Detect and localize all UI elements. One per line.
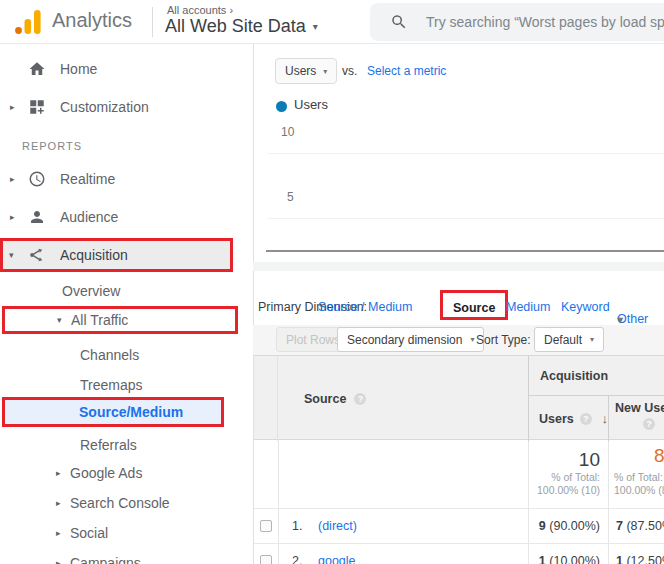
sidebar-item-referrals[interactable]: Referrals bbox=[0, 432, 253, 458]
property-name: All Web Site Data bbox=[165, 16, 306, 36]
top-header: Analytics All accounts › All Web Site Da… bbox=[0, 0, 664, 44]
column-header-label: Source bbox=[304, 392, 346, 406]
users-pct: (90.00%) bbox=[549, 519, 600, 533]
plot-rows-label: Plot Rows bbox=[286, 333, 340, 347]
clock-icon bbox=[28, 170, 46, 188]
sidebar-item-label: Realtime bbox=[60, 171, 115, 187]
expand-icon: ▸ bbox=[56, 498, 61, 508]
primary-dimension-bar: Primary Dimension: Source / Medium Sourc… bbox=[254, 288, 664, 324]
person-icon bbox=[28, 208, 46, 226]
summary-users-pct-value: 100.00% (10) bbox=[528, 484, 600, 497]
sidebar-item-label: Social bbox=[70, 525, 108, 541]
column-header-users[interactable]: Users ? ↓ bbox=[528, 396, 608, 441]
caret-down-icon: ▾ bbox=[590, 335, 594, 344]
row-checkbox[interactable] bbox=[260, 520, 272, 532]
sidebar-item-search-console[interactable]: ▸ Search Console bbox=[0, 490, 253, 516]
sidebar-item-label: Treemaps bbox=[80, 377, 143, 393]
legend-label: Users bbox=[294, 97, 328, 112]
column-header-new-users[interactable]: New Users ? bbox=[608, 396, 664, 441]
sidebar-item-acquisition[interactable]: ▾ Acquisition bbox=[0, 238, 233, 272]
sidebar-item-label: Overview bbox=[62, 283, 120, 299]
sidebar-item-channels[interactable]: Channels bbox=[0, 342, 253, 368]
column-header-source[interactable]: Source ? bbox=[278, 356, 528, 441]
search-bar[interactable]: Try searching “Worst pages by load sp bbox=[370, 3, 664, 41]
sidebar-item-label: Search Console bbox=[70, 495, 170, 511]
new-users-number: 1 bbox=[616, 554, 623, 564]
table-row: 1. (direct) 9 (90.00%) 7 (87.50%) bbox=[254, 508, 664, 543]
select-metric-link[interactable]: Select a metric bbox=[367, 64, 446, 78]
google-analytics-logo-icon[interactable] bbox=[14, 8, 42, 36]
expand-icon: ▸ bbox=[10, 212, 15, 222]
sidebar-item-source-medium[interactable]: Source/Medium bbox=[2, 397, 224, 427]
sort-type-label: Sort Type: bbox=[476, 333, 530, 347]
sidebar-item-label: Campaigns bbox=[70, 555, 141, 564]
sidebar-item-label: All Traffic bbox=[71, 312, 128, 328]
caret-down-icon: ▾ bbox=[313, 21, 318, 32]
report-main: Users ▾ vs. Select a metric Users 10 5 P… bbox=[254, 44, 664, 564]
table-header: Source ? Acquisition Users ? ↓ New Users… bbox=[254, 355, 664, 440]
sidebar-item-social[interactable]: ▸ Social bbox=[0, 520, 253, 546]
sidebar-item-google-ads[interactable]: ▸ Google Ads bbox=[0, 460, 253, 486]
sidebar-item-customization[interactable]: ▸ Customization bbox=[0, 94, 253, 120]
acquisition-icon bbox=[28, 246, 46, 264]
sidebar-item-label: Customization bbox=[60, 99, 149, 115]
sidebar-item-label: Source/Medium bbox=[79, 404, 183, 420]
header-divider bbox=[152, 7, 153, 37]
header-checkbox-cell bbox=[254, 356, 278, 441]
dimension-tab-medium[interactable]: Medium bbox=[506, 300, 550, 314]
summary-new-users-cell: 8 % of Total: 100.00% (8) bbox=[608, 441, 664, 508]
search-placeholder: Try searching “Worst pages by load sp bbox=[426, 14, 664, 30]
sidebar-item-label: Referrals bbox=[80, 437, 137, 453]
sidebar-item-audience[interactable]: ▸ Audience bbox=[0, 204, 253, 230]
data-table: Source ? Acquisition Users ? ↓ New Users… bbox=[254, 355, 664, 564]
legend-dot-users bbox=[276, 101, 287, 112]
dimension-tab-keyword[interactable]: Keyword bbox=[561, 300, 610, 314]
sidebar-item-home[interactable]: Home bbox=[0, 56, 253, 82]
customization-icon bbox=[28, 98, 46, 116]
analytics-app: Analytics All accounts › All Web Site Da… bbox=[0, 0, 664, 564]
row-index: 1. bbox=[292, 519, 302, 533]
caret-down-icon: ▾ bbox=[323, 67, 327, 76]
y-axis-tick-10: 10 bbox=[281, 125, 294, 139]
breadcrumb[interactable]: All accounts › bbox=[167, 4, 233, 16]
summary-new-users-value: 8 bbox=[654, 445, 664, 467]
row-index: 2. bbox=[292, 554, 302, 564]
summary-new-users-pct-label: % of Total: bbox=[614, 471, 664, 484]
table-row: 2. google 1 (10.00%) 1 (12.50%) bbox=[254, 543, 664, 564]
expand-icon: ▸ bbox=[10, 102, 15, 112]
source-link[interactable]: google bbox=[318, 554, 356, 564]
sidebar-item-overview[interactable]: Overview bbox=[0, 278, 253, 304]
sidebar-item-label: Channels bbox=[80, 347, 139, 363]
sort-type-value: Default bbox=[544, 333, 582, 347]
column-header-label: Users bbox=[539, 412, 574, 426]
users-pct: (10.00%) bbox=[549, 554, 600, 564]
x-axis-line bbox=[266, 250, 664, 252]
help-icon[interactable]: ? bbox=[354, 393, 366, 405]
collapse-icon: ▾ bbox=[9, 250, 14, 260]
sidebar-item-campaigns[interactable]: ▸ Campaigns bbox=[0, 550, 253, 564]
users-number: 9 bbox=[539, 519, 546, 533]
property-selector[interactable]: All Web Site Data▾ bbox=[165, 16, 318, 37]
new-users-number: 7 bbox=[616, 519, 623, 533]
metric-selector-button[interactable]: Users ▾ bbox=[275, 58, 337, 84]
reports-section-label: REPORTS bbox=[22, 140, 82, 152]
source-link[interactable]: (direct) bbox=[318, 519, 357, 533]
sort-type-button[interactable]: Default ▾ bbox=[534, 327, 604, 352]
home-icon bbox=[28, 60, 46, 78]
dimension-tab-source-medium[interactable]: Source / Medium bbox=[318, 300, 412, 314]
sidebar-nav: Home ▸ Customization REPORTS ▸ Realtime … bbox=[0, 44, 254, 564]
dimension-tab-source-active[interactable]: Source bbox=[440, 290, 508, 320]
sidebar-item-realtime[interactable]: ▸ Realtime bbox=[0, 166, 253, 192]
sidebar-item-label: Google Ads bbox=[70, 465, 142, 481]
dimension-tab-label: Source bbox=[453, 301, 495, 315]
help-icon[interactable]: ? bbox=[580, 413, 592, 425]
help-icon[interactable]: ? bbox=[643, 418, 655, 430]
sidebar-item-all-traffic[interactable]: ▾ All Traffic bbox=[2, 306, 238, 334]
new-users-value: 1 (12.50%) bbox=[616, 554, 664, 564]
sidebar-item-label: Audience bbox=[60, 209, 118, 225]
row-checkbox[interactable] bbox=[260, 555, 272, 564]
secondary-dimension-button[interactable]: Secondary dimension ▾ bbox=[337, 327, 484, 352]
sidebar-item-treemaps[interactable]: Treemaps bbox=[0, 372, 253, 398]
section-divider bbox=[253, 262, 664, 271]
caret-down-icon: ▾ bbox=[470, 335, 474, 344]
